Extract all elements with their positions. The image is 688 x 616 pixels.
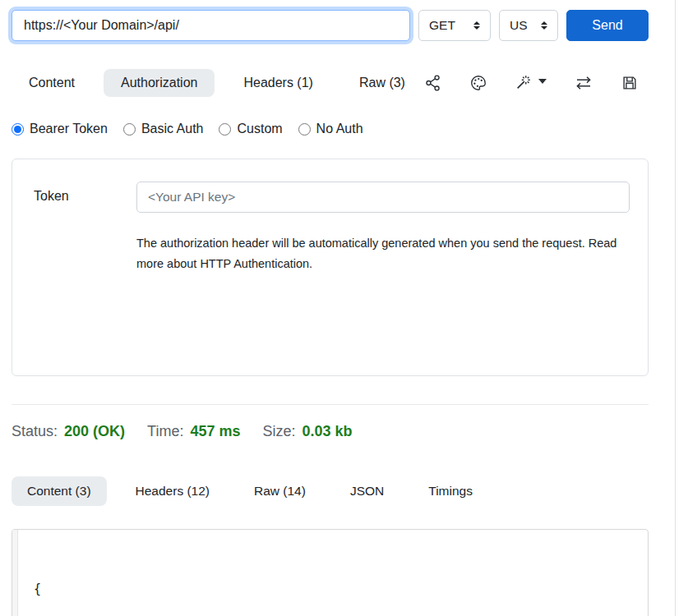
token-row: Token <box>34 182 630 213</box>
region-select-value: US <box>510 18 528 33</box>
status-time: Time: 457 ms <box>147 423 240 440</box>
radio-label: Custom <box>237 122 282 136</box>
magic-wand-dropdown-icon[interactable] <box>515 74 547 92</box>
code-line: { <box>34 579 648 600</box>
resp-tab-json[interactable]: JSON <box>335 476 399 506</box>
radio-label: No Auth <box>316 122 363 136</box>
auth-panel: Token The authorization header will be a… <box>12 159 649 376</box>
select-arrows-icon <box>473 21 480 30</box>
radio-custom[interactable]: Custom <box>219 122 282 136</box>
save-icon[interactable] <box>621 74 639 92</box>
radio-no-auth-input[interactable] <box>298 123 311 136</box>
code-gutter <box>12 530 18 616</box>
token-label: Token <box>34 182 136 213</box>
auth-helper-text: The authorization header will be automat… <box>136 233 617 274</box>
send-button[interactable]: Send <box>566 10 649 41</box>
request-bar: GET US Send <box>12 10 649 41</box>
swap-arrows-icon[interactable] <box>574 73 593 93</box>
time-label: Time: <box>147 423 183 440</box>
radio-custom-input[interactable] <box>219 123 231 136</box>
radio-basic-auth-input[interactable] <box>123 123 136 136</box>
radio-label: Basic Auth <box>141 122 204 136</box>
section-divider <box>12 404 649 405</box>
caret-down-icon <box>538 79 547 84</box>
status-code: Status: 200 (OK) <box>12 423 125 440</box>
radio-bearer-token[interactable]: Bearer Token <box>12 122 108 136</box>
tab-content[interactable]: Content <box>12 69 92 97</box>
response-json: { "message": "API running." } <box>12 530 648 616</box>
response-tabs: Content (3) Headers (12) Raw (14) JSON T… <box>12 476 649 506</box>
time-value: 457 ms <box>190 423 240 440</box>
share-icon[interactable] <box>424 74 442 92</box>
resp-tab-timings[interactable]: Timings <box>413 476 488 506</box>
region-select[interactable]: US <box>499 10 558 41</box>
response-body-viewer[interactable]: { "message": "API running." } <box>12 529 649 616</box>
auth-type-options: Bearer Token Basic Auth Custom No Auth <box>12 122 649 136</box>
radio-bearer-token-input[interactable] <box>12 123 24 136</box>
token-input[interactable] <box>136 182 630 213</box>
request-tabs-row: Content Authorization Headers (1) Raw (3… <box>12 69 649 97</box>
json-open-brace: { <box>34 582 41 596</box>
tab-raw[interactable]: Raw (3) <box>342 69 422 97</box>
method-select[interactable]: GET <box>418 10 491 41</box>
resp-tab-content[interactable]: Content (3) <box>12 476 107 506</box>
size-value: 0.03 kb <box>302 423 353 440</box>
radio-no-auth[interactable]: No Auth <box>298 122 363 136</box>
url-input[interactable] <box>12 10 410 41</box>
size-label: Size: <box>262 423 295 440</box>
status-value: 200 (OK) <box>64 423 125 440</box>
request-tabs: Content Authorization Headers (1) Raw (3… <box>12 69 422 97</box>
resp-tab-headers[interactable]: Headers (12) <box>120 476 225 506</box>
select-arrows-icon <box>541 21 547 30</box>
radio-label: Bearer Token <box>30 122 108 136</box>
palette-icon[interactable] <box>469 74 487 92</box>
api-client-page: GET US Send Content Authorization Header… <box>0 0 676 616</box>
request-toolbar <box>424 73 649 93</box>
radio-basic-auth[interactable]: Basic Auth <box>123 122 204 136</box>
status-label: Status: <box>12 423 58 440</box>
tab-authorization[interactable]: Authorization <box>104 69 215 97</box>
response-status-row: Status: 200 (OK) Time: 457 ms Size: 0.03… <box>12 423 649 440</box>
tab-headers[interactable]: Headers (1) <box>226 69 330 97</box>
resp-tab-raw[interactable]: Raw (14) <box>238 476 321 506</box>
status-size: Size: 0.03 kb <box>262 423 352 440</box>
method-select-value: GET <box>429 18 455 33</box>
